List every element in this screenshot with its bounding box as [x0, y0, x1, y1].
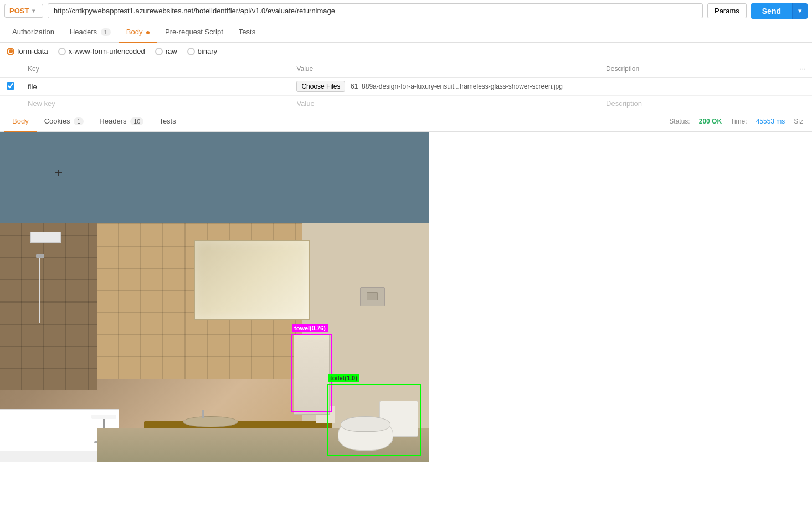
- choose-files-button[interactable]: Choose Files: [296, 81, 345, 92]
- row-key-cell: file: [21, 78, 290, 96]
- desc-placeholder: Description: [606, 99, 642, 108]
- headers-badge: 1: [101, 28, 111, 36]
- chevron-down-icon: ▾: [32, 8, 35, 14]
- row-checkbox[interactable]: [7, 82, 14, 90]
- response-body: towel(0.76) toilet(1.0): [0, 132, 812, 463]
- time-label: Time:: [731, 117, 747, 125]
- body-dot-indicator: [146, 31, 150, 34]
- radio-binary[interactable]: binary: [187, 47, 217, 55]
- new-desc-cell: Description: [599, 96, 793, 111]
- resp-tab-tests[interactable]: Tests: [151, 111, 183, 132]
- towel-detection-box: towel(0.76): [291, 334, 332, 412]
- flush-button: [367, 292, 378, 300]
- resp-tab-headers[interactable]: Headers 10: [91, 111, 151, 132]
- cursor: [55, 170, 62, 176]
- new-key-placeholder: New key: [28, 99, 55, 108]
- table-row: file Choose Files 61_889a-design-for-a-l…: [0, 78, 812, 96]
- cookies-badge: 1: [74, 117, 84, 125]
- url-input[interactable]: [48, 3, 703, 18]
- send-button[interactable]: Send: [751, 3, 792, 19]
- row-action-cell: [793, 78, 812, 96]
- response-tabs-bar: Body Cookies 1 Headers 10 Tests Status: …: [0, 111, 812, 132]
- radio-raw-circle: [155, 48, 163, 55]
- value-placeholder: Value: [296, 99, 314, 108]
- radio-urlencoded[interactable]: x-www-form-urlencoded: [58, 47, 145, 55]
- body-type-bar: form-data x-www-form-urlencoded raw bina…: [0, 43, 812, 60]
- tab-tests[interactable]: Tests: [231, 22, 263, 43]
- row-value-cell: Choose Files 61_889a-design-for-a-luxury…: [290, 78, 599, 96]
- response-image-container: towel(0.76) toilet(1.0): [0, 132, 429, 462]
- toilet-detection-box: toilet(1.0): [327, 384, 421, 456]
- table-new-row: New key Value Description: [0, 96, 812, 111]
- request-tabs: Authorization Headers 1 Body Pre-request…: [0, 22, 812, 43]
- tab-pre-request[interactable]: Pre-request Script: [157, 22, 231, 43]
- status-value: 200 OK: [699, 117, 722, 125]
- method-label: POST: [9, 7, 29, 15]
- send-dropdown-button[interactable]: ▾: [792, 3, 808, 19]
- new-row-check-cell: [0, 96, 21, 111]
- col-value: Value: [290, 60, 599, 78]
- radio-form-data-circle: [7, 48, 14, 55]
- top-bar: POST ▾ Params Send ▾: [0, 0, 812, 22]
- col-description: Description: [599, 60, 793, 78]
- tab-headers[interactable]: Headers 1: [62, 22, 119, 43]
- vanity-faucet: [202, 410, 204, 418]
- shower-tiles: [0, 223, 97, 390]
- toilet-detection-label: toilet(1.0): [328, 374, 359, 382]
- file-name-label: 61_889a-design-for-a-luxury-ensuit...fra…: [351, 83, 563, 90]
- time-value: 45553 ms: [756, 117, 785, 125]
- new-key-cell: New key: [21, 96, 290, 111]
- status-label: Status:: [669, 117, 690, 125]
- radio-binary-circle: [187, 48, 195, 55]
- gray-top-area: [0, 132, 429, 223]
- row-checkbox-cell: [0, 78, 21, 96]
- new-action-cell: [793, 96, 812, 111]
- resp-tab-body[interactable]: Body: [4, 111, 37, 132]
- radio-form-data[interactable]: form-data: [7, 47, 48, 55]
- params-button[interactable]: Params: [707, 3, 747, 18]
- radio-raw[interactable]: raw: [155, 47, 177, 55]
- shower-head: [36, 254, 44, 258]
- method-select[interactable]: POST ▾: [4, 4, 43, 18]
- resp-headers-badge: 10: [130, 117, 143, 125]
- towel-rack: [30, 232, 61, 243]
- shower-pipe: [39, 257, 40, 323]
- vanity-sink: [183, 416, 238, 427]
- row-desc-cell: [599, 78, 793, 96]
- tab-body[interactable]: Body: [119, 22, 157, 43]
- mirror: [194, 240, 310, 320]
- tab-authorization[interactable]: Authorization: [4, 22, 62, 43]
- col-actions: ···: [793, 60, 812, 78]
- stool-top: [91, 415, 116, 419]
- col-key: Key: [21, 60, 290, 78]
- resp-tab-cookies[interactable]: Cookies 1: [37, 111, 92, 132]
- radio-urlencoded-circle: [58, 48, 66, 55]
- response-meta: Status: 200 OK Time: 45553 ms Siz: [669, 117, 808, 125]
- bathroom-image: towel(0.76) toilet(1.0): [0, 223, 429, 462]
- col-check: [0, 60, 21, 78]
- size-label: Siz: [794, 117, 803, 125]
- towel-detection-label: towel(0.76): [292, 324, 328, 332]
- new-value-cell: Value: [290, 96, 599, 111]
- kv-table: Key Value Description ··· file Choose Fi…: [0, 60, 812, 111]
- send-button-group: Send ▾: [751, 3, 808, 19]
